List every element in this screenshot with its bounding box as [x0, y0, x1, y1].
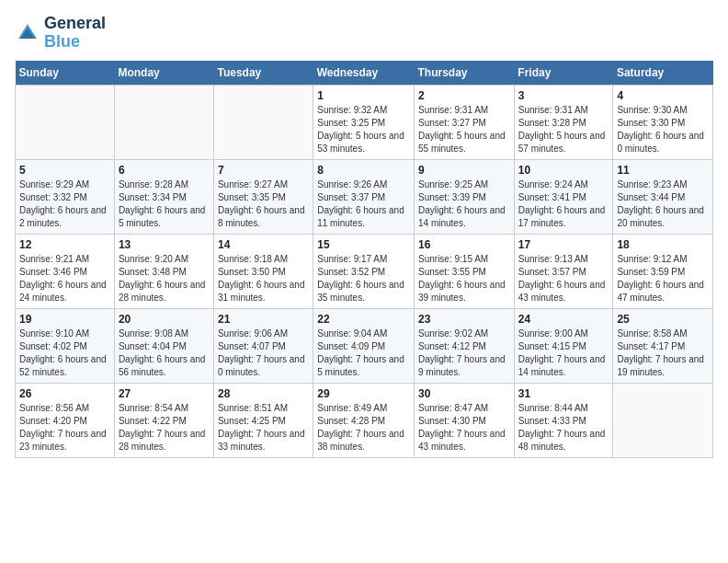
calendar-cell: 1Sunrise: 9:32 AM Sunset: 3:25 PM Daylig…	[313, 85, 415, 159]
day-info: Sunrise: 8:51 AM Sunset: 4:25 PM Dayligh…	[218, 402, 309, 454]
day-info: Sunrise: 9:23 AM Sunset: 3:44 PM Dayligh…	[617, 178, 709, 230]
logo: General Blue	[15, 15, 106, 52]
day-info: Sunrise: 9:00 AM Sunset: 4:15 PM Dayligh…	[518, 327, 609, 379]
day-info: Sunrise: 9:28 AM Sunset: 3:34 PM Dayligh…	[119, 178, 210, 230]
calendar-cell: 5Sunrise: 9:29 AM Sunset: 3:32 PM Daylig…	[16, 159, 115, 234]
day-info: Sunrise: 9:27 AM Sunset: 3:35 PM Dayligh…	[218, 178, 309, 230]
day-info: Sunrise: 8:58 AM Sunset: 4:17 PM Dayligh…	[617, 327, 709, 379]
calendar-cell: 29Sunrise: 8:49 AM Sunset: 4:28 PM Dayli…	[313, 383, 415, 457]
day-info: Sunrise: 9:04 AM Sunset: 4:09 PM Dayligh…	[317, 327, 410, 379]
day-number: 18	[617, 238, 709, 251]
day-info: Sunrise: 9:18 AM Sunset: 3:50 PM Dayligh…	[218, 253, 309, 304]
weekday-header-monday: Monday	[114, 61, 213, 86]
day-number: 14	[218, 238, 309, 251]
day-number: 9	[418, 164, 510, 177]
day-info: Sunrise: 9:15 AM Sunset: 3:55 PM Dayligh…	[418, 253, 510, 304]
day-info: Sunrise: 9:20 AM Sunset: 3:48 PM Dayligh…	[119, 253, 210, 304]
weekday-header-thursday: Thursday	[415, 61, 515, 86]
day-info: Sunrise: 9:32 AM Sunset: 3:25 PM Dayligh…	[317, 104, 410, 155]
week-row-5: 26Sunrise: 8:56 AM Sunset: 4:20 PM Dayli…	[16, 383, 713, 457]
day-info: Sunrise: 8:44 AM Sunset: 4:33 PM Dayligh…	[518, 402, 609, 454]
week-row-4: 19Sunrise: 9:10 AM Sunset: 4:02 PM Dayli…	[16, 308, 713, 383]
day-number: 23	[418, 313, 510, 326]
day-info: Sunrise: 9:02 AM Sunset: 4:12 PM Dayligh…	[418, 327, 510, 379]
day-number: 27	[119, 387, 210, 400]
logo-icon	[15, 20, 40, 46]
day-number: 15	[317, 238, 410, 251]
day-number: 10	[518, 164, 609, 177]
calendar-cell	[16, 85, 115, 159]
day-info: Sunrise: 9:31 AM Sunset: 3:27 PM Dayligh…	[418, 104, 510, 155]
calendar-cell: 4Sunrise: 9:30 AM Sunset: 3:30 PM Daylig…	[613, 85, 713, 159]
calendar-cell: 13Sunrise: 9:20 AM Sunset: 3:48 PM Dayli…	[114, 234, 213, 308]
day-info: Sunrise: 8:54 AM Sunset: 4:22 PM Dayligh…	[119, 402, 210, 454]
calendar-cell: 3Sunrise: 9:31 AM Sunset: 3:28 PM Daylig…	[514, 85, 613, 159]
day-number: 8	[317, 164, 410, 177]
calendar-cell: 26Sunrise: 8:56 AM Sunset: 4:20 PM Dayli…	[16, 383, 115, 457]
week-row-3: 12Sunrise: 9:21 AM Sunset: 3:46 PM Dayli…	[16, 234, 713, 308]
day-number: 4	[617, 89, 709, 102]
day-info: Sunrise: 8:49 AM Sunset: 4:28 PM Dayligh…	[317, 402, 410, 454]
calendar-cell: 16Sunrise: 9:15 AM Sunset: 3:55 PM Dayli…	[415, 234, 515, 308]
day-number: 1	[317, 89, 410, 102]
day-info: Sunrise: 9:10 AM Sunset: 4:02 PM Dayligh…	[19, 327, 110, 379]
calendar-cell: 15Sunrise: 9:17 AM Sunset: 3:52 PM Dayli…	[313, 234, 415, 308]
weekday-header-sunday: Sunday	[16, 61, 115, 86]
calendar-body: 1Sunrise: 9:32 AM Sunset: 3:25 PM Daylig…	[16, 85, 713, 457]
day-number: 5	[19, 164, 110, 177]
day-number: 26	[19, 387, 110, 400]
calendar-cell	[114, 85, 213, 159]
day-number: 31	[518, 387, 609, 400]
calendar-table: SundayMondayTuesdayWednesdayThursdayFrid…	[15, 61, 713, 458]
day-info: Sunrise: 9:30 AM Sunset: 3:30 PM Dayligh…	[617, 104, 709, 155]
weekday-header-row: SundayMondayTuesdayWednesdayThursdayFrid…	[16, 61, 713, 86]
calendar-cell: 31Sunrise: 8:44 AM Sunset: 4:33 PM Dayli…	[514, 383, 613, 457]
calendar-cell: 23Sunrise: 9:02 AM Sunset: 4:12 PM Dayli…	[415, 308, 515, 383]
calendar-cell: 2Sunrise: 9:31 AM Sunset: 3:27 PM Daylig…	[415, 85, 515, 159]
calendar-cell: 24Sunrise: 9:00 AM Sunset: 4:15 PM Dayli…	[514, 308, 613, 383]
calendar-cell: 22Sunrise: 9:04 AM Sunset: 4:09 PM Dayli…	[313, 308, 415, 383]
day-info: Sunrise: 9:29 AM Sunset: 3:32 PM Dayligh…	[19, 178, 110, 230]
day-number: 30	[418, 387, 510, 400]
calendar-cell: 7Sunrise: 9:27 AM Sunset: 3:35 PM Daylig…	[213, 159, 313, 234]
day-number: 7	[218, 164, 309, 177]
day-number: 3	[518, 89, 609, 102]
day-number: 22	[317, 313, 410, 326]
calendar-cell: 12Sunrise: 9:21 AM Sunset: 3:46 PM Dayli…	[16, 234, 115, 308]
weekday-header-friday: Friday	[514, 61, 613, 86]
day-number: 16	[418, 238, 510, 251]
day-info: Sunrise: 9:24 AM Sunset: 3:41 PM Dayligh…	[518, 178, 609, 230]
calendar-cell: 6Sunrise: 9:28 AM Sunset: 3:34 PM Daylig…	[114, 159, 213, 234]
day-number: 21	[218, 313, 309, 326]
weekday-header-tuesday: Tuesday	[213, 61, 313, 86]
logo-text: General Blue	[44, 15, 106, 52]
day-info: Sunrise: 8:47 AM Sunset: 4:30 PM Dayligh…	[418, 402, 510, 454]
calendar-cell: 18Sunrise: 9:12 AM Sunset: 3:59 PM Dayli…	[613, 234, 713, 308]
day-info: Sunrise: 9:21 AM Sunset: 3:46 PM Dayligh…	[19, 253, 110, 304]
calendar-cell: 28Sunrise: 8:51 AM Sunset: 4:25 PM Dayli…	[213, 383, 313, 457]
calendar-cell: 8Sunrise: 9:26 AM Sunset: 3:37 PM Daylig…	[313, 159, 415, 234]
week-row-2: 5Sunrise: 9:29 AM Sunset: 3:32 PM Daylig…	[16, 159, 713, 234]
calendar-cell: 10Sunrise: 9:24 AM Sunset: 3:41 PM Dayli…	[514, 159, 613, 234]
day-number: 2	[418, 89, 510, 102]
calendar-cell: 9Sunrise: 9:25 AM Sunset: 3:39 PM Daylig…	[415, 159, 515, 234]
day-number: 24	[518, 313, 609, 326]
day-info: Sunrise: 9:08 AM Sunset: 4:04 PM Dayligh…	[119, 327, 210, 379]
week-row-1: 1Sunrise: 9:32 AM Sunset: 3:25 PM Daylig…	[16, 85, 713, 159]
calendar-header: SundayMondayTuesdayWednesdayThursdayFrid…	[16, 61, 713, 86]
day-info: Sunrise: 9:26 AM Sunset: 3:37 PM Dayligh…	[317, 178, 410, 230]
calendar-cell: 20Sunrise: 9:08 AM Sunset: 4:04 PM Dayli…	[114, 308, 213, 383]
day-number: 17	[518, 238, 609, 251]
day-info: Sunrise: 9:17 AM Sunset: 3:52 PM Dayligh…	[317, 253, 410, 304]
day-info: Sunrise: 9:31 AM Sunset: 3:28 PM Dayligh…	[518, 104, 609, 155]
calendar-cell: 30Sunrise: 8:47 AM Sunset: 4:30 PM Dayli…	[415, 383, 515, 457]
calendar-cell: 19Sunrise: 9:10 AM Sunset: 4:02 PM Dayli…	[16, 308, 115, 383]
day-number: 6	[119, 164, 210, 177]
calendar-cell	[213, 85, 313, 159]
day-info: Sunrise: 9:25 AM Sunset: 3:39 PM Dayligh…	[418, 178, 510, 230]
day-number: 11	[617, 164, 709, 177]
calendar-cell	[613, 383, 713, 457]
day-number: 19	[19, 313, 110, 326]
day-info: Sunrise: 9:13 AM Sunset: 3:57 PM Dayligh…	[518, 253, 609, 304]
day-number: 12	[19, 238, 110, 251]
